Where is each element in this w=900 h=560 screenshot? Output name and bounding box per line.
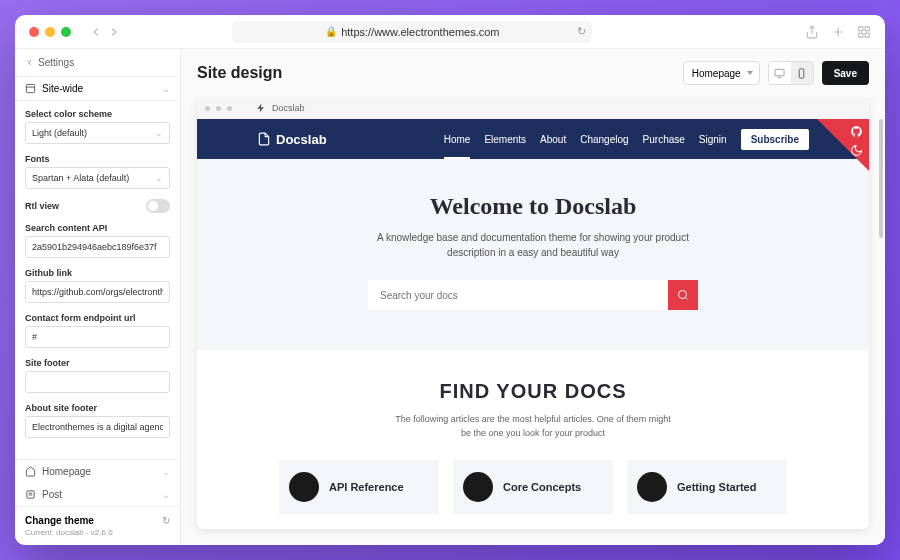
chevron-down-icon: ⌄ (155, 128, 163, 138)
sidebar-item-homepage[interactable]: Homepage ⌄ (15, 460, 180, 483)
tab-dot (216, 106, 221, 111)
field-github: Github link (25, 268, 170, 303)
preview-scrollbar[interactable] (879, 119, 883, 545)
card-icon (637, 472, 667, 502)
field-site-footer: Site footer (25, 358, 170, 393)
field-about-footer: About site footer (25, 403, 170, 438)
card-title: Core Concepts (503, 481, 581, 493)
field-label: Select color scheme (25, 109, 170, 119)
search-icon (677, 289, 689, 301)
field-label: Search content API (25, 223, 170, 233)
change-theme-link[interactable]: Change theme (25, 515, 94, 526)
nav-link-changelog[interactable]: Changelog (580, 134, 628, 145)
save-button[interactable]: Save (822, 61, 869, 85)
traffic-lights (29, 27, 71, 37)
grid-icon[interactable] (857, 25, 871, 39)
sitewide-row[interactable]: Site-wide ⌄ (15, 76, 180, 101)
svg-rect-3 (859, 26, 863, 30)
cards-row: API Reference Core Concepts Getting Star… (217, 460, 849, 514)
card-icon (463, 472, 493, 502)
card-api-reference[interactable]: API Reference (279, 460, 439, 514)
svg-rect-12 (775, 69, 784, 75)
svg-rect-5 (859, 33, 863, 37)
field-fonts: Fonts Spartan + Alata (default) ⌄ (25, 154, 170, 189)
about-footer-input[interactable] (25, 416, 170, 438)
nav-link-elements[interactable]: Elements (484, 134, 526, 145)
nav-items: Home Elements About Changelog Purchase S… (444, 129, 809, 150)
site-content: Docslab Home Elements About Changelog Pu… (197, 119, 869, 529)
hero-subtitle: A knowledge base and documentation theme… (353, 230, 713, 260)
field-label: Github link (25, 268, 170, 278)
browser-nav-arrows (89, 25, 121, 39)
chevron-down-icon: ⌄ (162, 489, 170, 500)
search-api-input[interactable] (25, 236, 170, 258)
sidebar-item-post[interactable]: Post ⌄ (15, 483, 180, 506)
svg-line-16 (685, 297, 687, 299)
site-footer-input[interactable] (25, 371, 170, 393)
hero-search-button[interactable] (668, 280, 698, 310)
color-scheme-select[interactable]: Light (default) ⌄ (25, 122, 170, 144)
topbar: Site design Homepage Save (181, 49, 885, 97)
lock-icon: 🔒 (325, 26, 337, 37)
preview-tab-bar: Docslab (197, 97, 869, 119)
chevron-down-icon: ⌄ (162, 466, 170, 477)
desktop-view-button[interactable] (769, 62, 791, 84)
moon-icon[interactable] (850, 144, 863, 157)
plus-icon[interactable] (831, 25, 845, 39)
mobile-icon (796, 68, 807, 79)
close-window-button[interactable] (29, 27, 39, 37)
share-icon[interactable] (805, 25, 819, 39)
github-icon[interactable] (850, 125, 863, 138)
nav-link-home[interactable]: Home (444, 134, 471, 145)
page-select[interactable]: Homepage (683, 61, 760, 85)
refresh-icon[interactable]: ↻ (577, 25, 586, 38)
back-icon[interactable] (89, 25, 103, 39)
nav-link-signin[interactable]: Signin (699, 134, 727, 145)
nav-link-purchase[interactable]: Purchase (643, 134, 685, 145)
tab-dot (227, 106, 232, 111)
svg-rect-14 (799, 68, 804, 77)
field-contact: Contact form endpoint url (25, 313, 170, 348)
card-core-concepts[interactable]: Core Concepts (453, 460, 613, 514)
minimize-window-button[interactable] (45, 27, 55, 37)
nav-link-about[interactable]: About (540, 134, 566, 145)
contact-input[interactable] (25, 326, 170, 348)
hero-search-input[interactable] (368, 280, 668, 310)
github-input[interactable] (25, 281, 170, 303)
field-label: Rtl view (25, 201, 59, 211)
hero-title: Welcome to Docslab (217, 193, 849, 220)
site-logo[interactable]: Docslab (257, 132, 327, 147)
svg-rect-4 (865, 26, 869, 30)
sync-icon[interactable]: ↻ (162, 515, 170, 526)
field-color-scheme: Select color scheme Light (default) ⌄ (25, 109, 170, 144)
corner-icons (850, 125, 863, 157)
app-body: Settings Site-wide ⌄ Select color scheme… (15, 49, 885, 545)
rtl-toggle[interactable] (146, 199, 170, 213)
subscribe-button[interactable]: Subscribe (741, 129, 809, 150)
field-label: Site footer (25, 358, 170, 368)
fonts-select[interactable]: Spartan + Alata (default) ⌄ (25, 167, 170, 189)
svg-rect-6 (865, 33, 869, 37)
field-label: Contact form endpoint url (25, 313, 170, 323)
url-bar[interactable]: 🔒 https://www.electronthemes.com ↻ (232, 21, 592, 43)
back-to-settings[interactable]: Settings (15, 49, 180, 76)
card-title: API Reference (329, 481, 404, 493)
section-title: FIND YOUR DOCS (217, 380, 849, 403)
sidebar-nav: Homepage ⌄ Post ⌄ (15, 459, 180, 506)
main-panel: Site design Homepage Save (181, 49, 885, 545)
forward-icon[interactable] (107, 25, 121, 39)
topbar-actions: Homepage Save (683, 61, 869, 85)
browser-chrome-bar: 🔒 https://www.electronthemes.com ↻ (15, 15, 885, 49)
page-title: Site design (197, 64, 282, 82)
field-search-api: Search content API (25, 223, 170, 258)
doc-icon (257, 132, 271, 146)
mobile-view-button[interactable] (791, 62, 813, 84)
maximize-window-button[interactable] (61, 27, 71, 37)
chevron-down-icon: ⌄ (162, 83, 170, 94)
site-navbar: Docslab Home Elements About Changelog Pu… (197, 119, 869, 159)
card-getting-started[interactable]: Getting Started (627, 460, 787, 514)
svg-rect-7 (26, 84, 34, 92)
viewport-toggle (768, 61, 814, 85)
post-icon (25, 489, 36, 500)
scrollbar-thumb[interactable] (879, 119, 883, 238)
